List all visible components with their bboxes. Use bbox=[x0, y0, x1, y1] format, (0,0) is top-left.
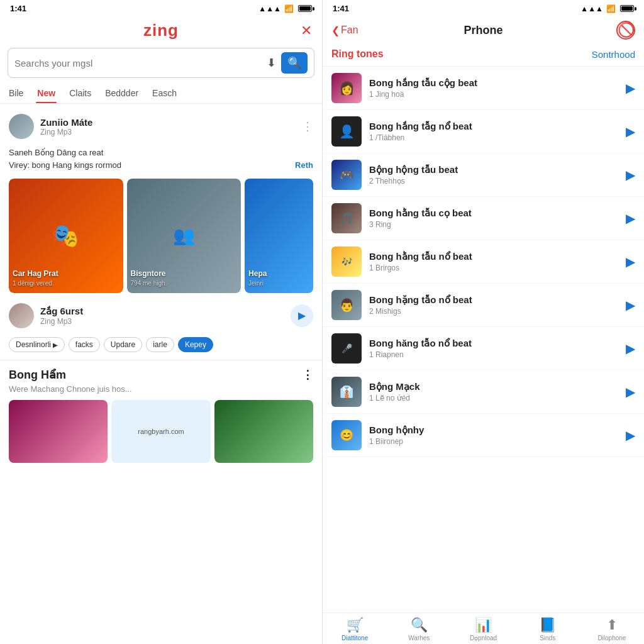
grid-item-2[interactable]: 👥 Bisgntore 794 me high. bbox=[127, 179, 242, 293]
wifi-icon: 📶 bbox=[284, 4, 294, 13]
ringtone-item-4[interactable]: 🎶 Bong hằng tẫu nổ beat 1 Brirgos ▶ bbox=[323, 240, 644, 284]
right-battery-icon bbox=[620, 5, 634, 12]
bottom-grid-item-1[interactable] bbox=[9, 400, 108, 463]
section-sub: Were Machang Chnone juis hos... bbox=[0, 383, 322, 397]
chevron-left-icon: ❮ bbox=[331, 25, 340, 36]
left-status-bar: 1:41 ▲▲▲ 📶 bbox=[0, 0, 322, 16]
bottom-grid-item-2[interactable]: rangbyarh.com bbox=[111, 400, 210, 463]
nav-icon-warhes: 🔍 bbox=[411, 617, 428, 633]
left-status-icons: ▲▲▲ 📶 bbox=[258, 4, 312, 13]
edit-button[interactable]: 🚫 bbox=[616, 21, 635, 40]
tab-bile[interactable]: Bile bbox=[8, 83, 25, 103]
rt-play-4[interactable]: ▶ bbox=[626, 254, 635, 269]
tag-kepey[interactable]: Kepey bbox=[178, 337, 213, 352]
rt-play-6[interactable]: ▶ bbox=[626, 341, 635, 356]
song-sub-2: Zing Mp3 bbox=[40, 317, 284, 326]
tag-iarle[interactable]: iarle bbox=[146, 337, 174, 352]
rt-thumb-2: 🎮 bbox=[331, 160, 362, 190]
tab-claits[interactable]: Claits bbox=[68, 83, 92, 103]
app-title: zing bbox=[143, 21, 179, 40]
rt-info-1: Bong hắng tẫg nổ beat 1 /Tiábhen bbox=[369, 121, 618, 142]
ringtone-item-0[interactable]: 👩 Bong hắng tẫu cộg beat 1 Jing hoä ▶ bbox=[323, 67, 644, 110]
sontrhood-button[interactable]: Sontrhood bbox=[592, 49, 635, 60]
rt-info-0: Bong hắng tẫu cộg beat 1 Jing hoä bbox=[369, 77, 618, 99]
rt-name-6: Bong hăng tẫo nổ beat bbox=[369, 338, 618, 349]
rt-thumb-1: 👤 bbox=[331, 116, 362, 147]
rt-play-8[interactable]: ▶ bbox=[626, 428, 635, 443]
play-button-2[interactable]: ▶ bbox=[291, 304, 313, 327]
rt-play-5[interactable]: ▶ bbox=[626, 297, 635, 313]
nav-label-warhes: Warhes bbox=[408, 635, 430, 641]
nav-label-dilophone: Dilophone bbox=[597, 635, 626, 641]
grid-item-3[interactable]: Hepa Jeinri bbox=[245, 179, 313, 293]
rt-sub-3: 3 Ring bbox=[369, 220, 618, 229]
grid-label-3: Hepa bbox=[248, 269, 267, 278]
close-button[interactable]: ✕ bbox=[301, 23, 312, 39]
rt-play-7[interactable]: ▶ bbox=[626, 384, 635, 399]
ringtone-item-1[interactable]: 👤 Bong hắng tẫg nổ beat 1 /Tiábhen ▶ bbox=[323, 110, 644, 153]
rt-name-3: Bong hằng tẫu cọ beat bbox=[369, 208, 618, 219]
rt-name-1: Bong hắng tẫg nổ beat bbox=[369, 121, 618, 132]
reth-label[interactable]: Reth bbox=[295, 159, 313, 172]
rt-sub-5: 2 Mishigs bbox=[369, 307, 618, 316]
page-title: Prhone bbox=[464, 24, 502, 37]
tag-desnlinorli[interactable]: Desnlinorli bbox=[9, 337, 65, 352]
rt-sub-4: 1 Brirgos bbox=[369, 264, 618, 272]
song-name-1: Zuniio Máte bbox=[40, 117, 296, 128]
rt-play-1[interactable]: ▶ bbox=[626, 124, 635, 139]
ringtone-item-6[interactable]: 🎤 Bong hăng tẫo nổ beat 1 Riapnen ▶ bbox=[323, 327, 644, 370]
bottom-nav: 🛒 Diattitone 🔍 Warhes 📊 Dọpnload 📘 Sinds… bbox=[323, 613, 644, 644]
nav-item-dopnload[interactable]: 📊 Dọpnload bbox=[451, 617, 515, 641]
tag-facks[interactable]: facks bbox=[69, 337, 100, 352]
feature-line2: Virey: bong Hang kings rormod bbox=[9, 160, 121, 170]
ringtone-item-5[interactable]: 👨 Bong hặng tẫo nổ beat 2 Mishigs ▶ bbox=[323, 284, 644, 327]
ringtone-item-3[interactable]: 🎵 Bong hằng tẫu cọ beat 3 Ring ▶ bbox=[323, 197, 644, 240]
ringtone-item-7[interactable]: 👔 Bộng Mạck 1 Lẽ no ứéd ▶ bbox=[323, 370, 644, 414]
right-time: 1:41 bbox=[333, 4, 349, 13]
tab-new[interactable]: New bbox=[36, 83, 57, 103]
tabs-row: Bile New Claits Beddder Easch bbox=[0, 83, 322, 104]
rt-info-3: Bong hằng tẫu cọ beat 3 Ring bbox=[369, 208, 618, 229]
feature-line1: Saneh Bống Dâng ca reat bbox=[9, 148, 103, 157]
rt-thumb-3: 🎵 bbox=[331, 203, 362, 233]
grid-item-1[interactable]: 🎭 Car Hag Prat 1 dênigi vered. bbox=[9, 179, 123, 293]
left-content: Zuniio Máte Zing Mp3 ⋮ Saneh Bống Dâng c… bbox=[0, 104, 322, 644]
rt-name-4: Bong hằng tẫu nổ beat bbox=[369, 251, 618, 262]
song-row-2: Zắg 6urst Zing Mp3 ▶ bbox=[0, 298, 322, 333]
bottom-grid-item-3[interactable] bbox=[214, 400, 313, 463]
rt-name-2: Bộng hộng tẫu beat bbox=[369, 164, 618, 175]
song-sub-1: Zing Mp3 bbox=[40, 128, 296, 136]
rt-play-3[interactable]: ▶ bbox=[626, 211, 635, 226]
ringtone-item-8[interactable]: 😊 Bong hộnhy 1 Biironep ▶ bbox=[323, 414, 644, 457]
more-icon-1[interactable]: ⋮ bbox=[302, 119, 313, 133]
nav-item-dilophone[interactable]: ⬆ Dilophone bbox=[580, 617, 644, 641]
signal-icon: ▲▲▲ bbox=[258, 4, 281, 13]
ringtone-list: 👩 Bong hắng tẫu cộg beat 1 Jing hoä ▶ 👤 … bbox=[323, 67, 644, 613]
left-time: 1:41 bbox=[10, 4, 26, 13]
tab-easch[interactable]: Easch bbox=[151, 83, 178, 103]
rt-name-0: Bong hắng tẫu cộg beat bbox=[369, 77, 618, 89]
section-more-icon[interactable]: ⋮ bbox=[302, 368, 313, 382]
tag-updare[interactable]: Updare bbox=[104, 337, 142, 352]
section-title: Bong Hẩm ⋮ bbox=[0, 363, 322, 383]
feature-text: Saneh Bống Dâng ca reat Virey: bong Hang… bbox=[0, 144, 322, 174]
back-button[interactable]: ❮ Fan bbox=[331, 25, 358, 36]
search-button[interactable]: 🔍 bbox=[281, 52, 308, 74]
right-app-header: ❮ Fan Prhone 🚫 bbox=[323, 16, 644, 45]
nav-label-diattitone: Diattitone bbox=[341, 635, 368, 641]
download-icon[interactable]: ⬇ bbox=[267, 56, 276, 70]
ringtone-item-2[interactable]: 🎮 Bộng hộng tẫu beat 2 Thehhọs ▶ bbox=[323, 153, 644, 197]
image-grid: 🎭 Car Hag Prat 1 dênigi vered. 👥 Bisgnto… bbox=[0, 174, 322, 298]
section-name: Bong Hẩm bbox=[9, 368, 66, 382]
avatar-1 bbox=[9, 114, 34, 139]
rt-play-2[interactable]: ▶ bbox=[626, 167, 635, 182]
rt-play-0[interactable]: ▶ bbox=[626, 80, 635, 96]
right-status-icons: ▲▲▲ 📶 bbox=[580, 4, 634, 13]
rt-thumb-4: 🎶 bbox=[331, 247, 362, 277]
nav-item-sinds[interactable]: 📘 Sinds bbox=[516, 617, 580, 641]
nav-item-diattitone[interactable]: 🛒 Diattitone bbox=[323, 617, 387, 641]
search-input[interactable] bbox=[14, 58, 262, 69]
back-label: Fan bbox=[341, 25, 358, 36]
nav-item-warhes[interactable]: 🔍 Warhes bbox=[387, 617, 451, 641]
tab-beddder[interactable]: Beddder bbox=[104, 83, 140, 103]
